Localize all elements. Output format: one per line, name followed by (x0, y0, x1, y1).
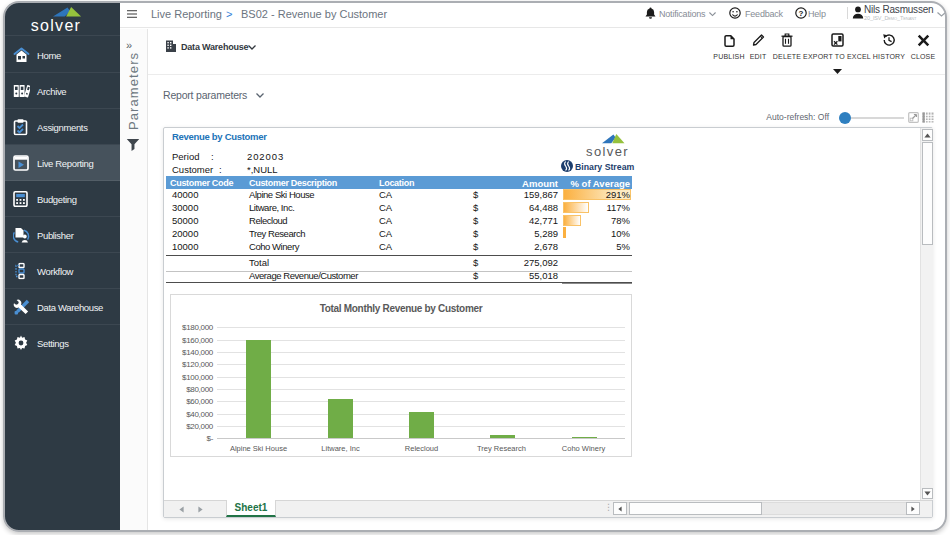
svg-text:?: ? (799, 9, 804, 18)
